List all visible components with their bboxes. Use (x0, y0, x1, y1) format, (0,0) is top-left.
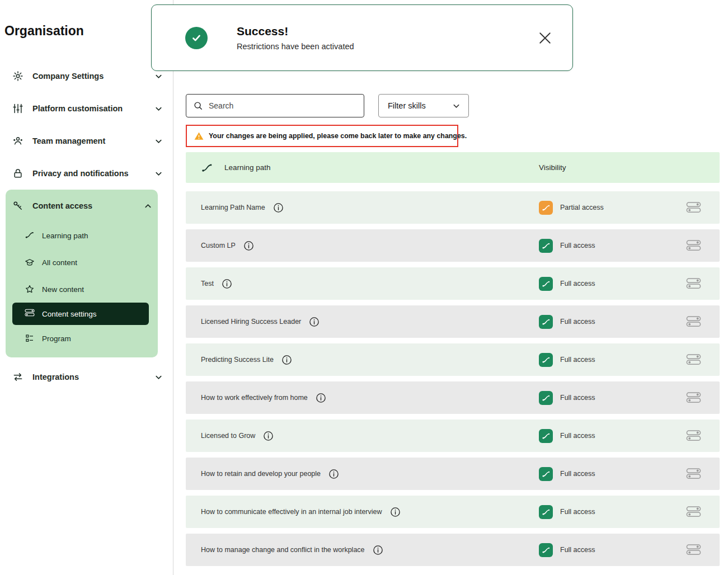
learning-path-icon (201, 162, 213, 173)
chevron-down-icon (154, 137, 163, 145)
learning-path-name: Test (201, 280, 214, 288)
search-input[interactable] (209, 101, 357, 110)
visibility-cell: Full access (539, 429, 595, 443)
visibility-toggle-icon[interactable] (686, 468, 701, 480)
visibility-cell: Full access (539, 315, 595, 329)
visibility-toggle-icon[interactable] (686, 544, 701, 556)
learning-path-name: Custom LP (201, 242, 236, 249)
filter-skills-dropdown[interactable]: Filter skills (378, 94, 469, 117)
visibility-toggle-icon[interactable] (686, 506, 701, 518)
info-icon[interactable] (309, 317, 320, 327)
sidebar-item-integrations[interactable]: Integrations (0, 361, 173, 393)
gear-icon (12, 70, 24, 82)
sidebar-item-privacy-notifications[interactable]: Privacy and notifications (0, 157, 173, 190)
learning-path-name: How to retain and develop your people (201, 470, 321, 478)
access-level-label: Full access (560, 318, 595, 326)
visibility-toggle-icon[interactable] (686, 392, 701, 404)
column-header-visibility: Visibility (539, 163, 566, 172)
toast-text: Success! Restrictions have been activate… (237, 25, 354, 51)
chevron-down-icon (154, 72, 163, 81)
sidebar-nav: Company Settings Platform customisation (0, 60, 173, 393)
access-badge-icon (539, 543, 553, 557)
sidebar-item-learning-path[interactable]: Learning path (6, 222, 158, 249)
access-badge-icon (539, 505, 553, 519)
info-icon[interactable] (373, 545, 383, 555)
visibility-toggle-icon[interactable] (686, 239, 701, 252)
visibility-toggle-icon[interactable] (686, 315, 701, 328)
info-icon[interactable] (243, 241, 254, 251)
visibility-toggle-icon[interactable] (686, 430, 701, 442)
learning-path-name: Licensed Hiring Success Leader (201, 318, 301, 326)
sidebar: Organisation Company Settings (0, 0, 173, 575)
learning-path-icon (25, 230, 35, 241)
sidebar-item-label: Content settings (42, 310, 97, 318)
visibility-cell: Full access (539, 391, 595, 405)
close-icon[interactable] (537, 30, 553, 46)
chevron-down-icon (154, 105, 163, 113)
visibility-toggle-icon[interactable] (686, 201, 701, 214)
chevron-down-icon (154, 169, 163, 178)
access-badge-icon (539, 353, 553, 367)
access-level-label: Full access (560, 242, 595, 249)
info-icon[interactable] (222, 279, 232, 289)
visibility-toggle-icon[interactable] (686, 354, 701, 366)
page-title: Organisation (4, 23, 173, 39)
chevron-down-icon (452, 102, 461, 110)
learning-path-table: Learning path Visibility Learning Path N… (186, 152, 720, 572)
info-icon[interactable] (273, 202, 284, 213)
info-icon[interactable] (281, 355, 292, 365)
sidebar-item-team-management[interactable]: Team management (0, 125, 173, 157)
sidebar-item-new-content[interactable]: New content (6, 276, 158, 303)
sidebar-item-platform-customisation[interactable]: Platform customisation (0, 92, 173, 125)
sidebar-item-label: All content (42, 258, 77, 267)
sidebar-item-program[interactable]: Program (6, 325, 158, 352)
sidebar-item-company-settings[interactable]: Company Settings (0, 60, 173, 92)
access-badge-icon (539, 429, 553, 443)
sidebar-item-all-content[interactable]: All content (6, 249, 158, 276)
changes-pending-banner: Your changes are being applied, please c… (186, 125, 458, 147)
team-icon (12, 135, 24, 147)
filter-skills-label: Filter skills (388, 101, 426, 110)
info-icon[interactable] (328, 469, 339, 479)
learning-path-name: How to work effectively from home (201, 394, 308, 402)
table-row: How to manage change and conflict in the… (186, 534, 720, 566)
column-header-learning-path: Learning path (224, 163, 271, 172)
visibility-cell: Partial access (539, 201, 604, 215)
info-icon[interactable] (390, 507, 401, 517)
learning-path-name: Learning Path Name (201, 204, 265, 211)
table-row: Licensed to Grow Full access (186, 420, 720, 452)
lock-icon (12, 168, 24, 179)
table-row: How to communicate effectively in an int… (186, 496, 720, 528)
sidebar-item-label: Content access (32, 201, 144, 210)
sidebar-item-label: Integrations (32, 373, 154, 381)
sidebar-item-content-access[interactable]: Content access (6, 190, 158, 222)
sidebar-item-label: Team management (32, 136, 154, 145)
table-row: Learning Path Name Partial access (186, 191, 720, 224)
access-level-label: Full access (560, 470, 595, 478)
access-level-label: Full access (560, 546, 595, 554)
info-icon[interactable] (316, 393, 326, 403)
warning-triangle-icon (194, 131, 204, 142)
table-header: Learning path Visibility (186, 152, 720, 183)
visibility-cell: Full access (539, 505, 595, 519)
key-icon (12, 200, 24, 211)
chevron-down-icon (154, 373, 163, 381)
table-row: How to work effectively from home Full a… (186, 381, 720, 414)
table-row: How to retain and develop your people Fu… (186, 458, 720, 490)
chevron-up-icon (144, 202, 152, 210)
visibility-cell: Full access (539, 239, 595, 253)
graduation-cap-icon (25, 257, 35, 267)
visibility-toggle-icon[interactable] (686, 277, 701, 290)
search-icon (193, 101, 203, 111)
visibility-cell: Full access (539, 353, 595, 367)
sidebar-item-content-settings[interactable]: Content settings (12, 303, 149, 325)
search-box (186, 94, 364, 117)
visibility-cell: Full access (539, 277, 595, 291)
program-icon (25, 333, 35, 343)
info-icon[interactable] (263, 431, 274, 441)
access-level-label: Full access (560, 356, 595, 364)
learning-path-name: How to communicate effectively in an int… (201, 508, 382, 516)
table-row: Licensed Hiring Success Leader Full acce… (186, 305, 720, 338)
sidebar-item-label: Program (42, 334, 71, 343)
sidebar-group-content-access: Content access Learning path (6, 190, 158, 357)
